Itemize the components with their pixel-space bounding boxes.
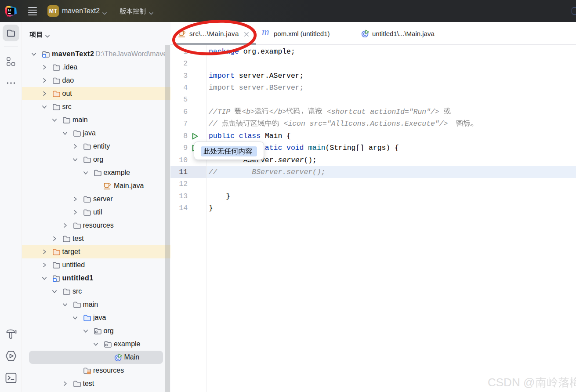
svg-text:IJ: IJ (8, 8, 11, 12)
